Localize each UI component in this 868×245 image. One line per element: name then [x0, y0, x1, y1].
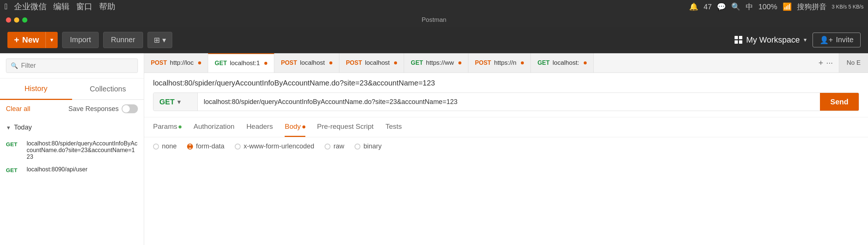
tab-dot-5	[521, 61, 524, 64]
tab-dot-2	[329, 61, 332, 64]
tab-dot-6	[584, 61, 587, 64]
plus-icon: +	[14, 35, 19, 45]
menu-window[interactable]: 窗口	[76, 1, 92, 12]
tab-url-3: localhost	[365, 59, 390, 67]
history-item[interactable]: GET localhost:8090/api/user	[0, 163, 144, 176]
title-bar: Postman	[0, 13, 868, 27]
tab-method-0: POST	[151, 60, 167, 66]
tab-actions: + ···	[813, 58, 839, 68]
save-responses-toggle[interactable]	[122, 104, 138, 113]
workspace-dropdown-icon: ▾	[804, 36, 807, 43]
invite-label: Invite	[836, 36, 854, 44]
tab-item-3[interactable]: POST localhost	[339, 53, 404, 73]
body-option-urlencoded-label: x-www-form-urlencoded	[244, 142, 314, 150]
body-options: none form-data x-www-form-urlencoded raw…	[144, 137, 868, 155]
new-button[interactable]: + New ▾	[7, 32, 58, 48]
tab-method-4: GET	[411, 60, 423, 66]
invite-button[interactable]: 👤+ Invite	[813, 33, 861, 47]
tab-item-4[interactable]: GET https://ww	[404, 53, 468, 73]
search-input[interactable]	[21, 62, 133, 70]
no-e-tab: No E	[839, 53, 868, 73]
tab-url-1: localhost:1	[230, 60, 260, 67]
tab-url-5: https://n	[494, 59, 516, 67]
menu-weixin[interactable]: 企业微信	[14, 1, 47, 12]
wechat-icon: 💬	[717, 2, 726, 11]
import-button[interactable]: Import	[62, 32, 99, 48]
toolbar-left: + New ▾ Import Runner ⊞ ▾	[7, 32, 172, 48]
traffic-lights	[6, 17, 27, 23]
req-tab-params-label: Params	[153, 123, 177, 130]
tab-item-0[interactable]: POST http://loc	[144, 53, 208, 73]
input-method-icon: 搜狗拼音	[797, 2, 827, 12]
runner-button[interactable]: Runner	[103, 32, 143, 48]
search-icon: 🔍	[11, 62, 18, 69]
req-tab-params[interactable]: Params	[153, 117, 182, 137]
system-status: 🔔 47 💬 🔍 中 100% 📶 搜狗拼音 3 KB/s 5 KB/s	[689, 2, 864, 12]
body-option-formdata[interactable]: form-data	[187, 142, 224, 150]
save-responses-toggle-area: Save Responses	[68, 104, 138, 113]
radio-raw	[325, 144, 330, 150]
main-layout: 🔍 History Collections Clear all Save Res…	[0, 53, 868, 245]
request-bar: localhost:80/spider/queryAccountInfoByAc…	[144, 73, 868, 117]
notification-icon: 🔔	[689, 2, 698, 11]
sidebar-search-area: 🔍	[0, 53, 144, 78]
req-tab-headers[interactable]: Headers	[246, 117, 273, 137]
tab-dot-0	[198, 61, 201, 64]
maximize-button[interactable]	[22, 17, 27, 23]
body-option-formdata-label: form-data	[196, 142, 224, 150]
today-label: Today	[14, 124, 32, 131]
body-option-none[interactable]: none	[153, 142, 177, 150]
send-button[interactable]: Send	[820, 93, 859, 111]
clear-all-button[interactable]: Clear all	[6, 105, 30, 113]
search-box[interactable]: 🔍	[6, 58, 138, 73]
menu-edit[interactable]: 编辑	[53, 1, 69, 12]
tab-history[interactable]: History	[0, 78, 72, 100]
toolbar-right: My Workspace ▾ 👤+ Invite	[735, 33, 861, 47]
layout-arrow: ▾	[162, 36, 166, 44]
system-bar:  企业微信 编辑 窗口 帮助 🔔 47 💬 🔍 中 100% 📶 搜狗拼音 3…	[0, 0, 868, 13]
tab-method-6: GET	[538, 60, 550, 66]
history-item-url: localhost:80/spider/queryAccountInfoByAc…	[27, 140, 138, 160]
method-label: GET	[159, 98, 174, 106]
radio-formdata	[187, 144, 193, 150]
today-section-header[interactable]: ▼ Today	[6, 121, 138, 134]
history-item-url-2: localhost:8090/api/user	[27, 166, 88, 173]
tab-method-5: POST	[475, 60, 491, 66]
tab-item-5[interactable]: POST https://n	[468, 53, 531, 73]
radio-none	[153, 144, 159, 150]
method-select[interactable]: GET ▾	[153, 93, 198, 111]
method-badge-get: GET	[6, 140, 22, 147]
tab-item-1[interactable]: GET localhost:1	[208, 53, 274, 73]
minimize-button[interactable]	[14, 17, 19, 23]
layout-button[interactable]: ⊞ ▾	[148, 32, 172, 48]
menu-help[interactable]: 帮助	[99, 1, 115, 12]
grid-dot-2	[739, 36, 742, 39]
method-dropdown-icon: ▾	[177, 98, 180, 105]
invite-icon: 👤+	[820, 36, 833, 44]
body-option-binary[interactable]: binary	[355, 142, 382, 150]
url-input[interactable]	[198, 93, 820, 111]
body-option-none-label: none	[162, 142, 177, 150]
tab-item-2[interactable]: POST localhost	[274, 53, 339, 73]
history-item[interactable]: GET localhost:80/spider/queryAccountInfo…	[0, 137, 144, 163]
new-dropdown-arrow[interactable]: ▾	[46, 32, 58, 48]
apple-icon[interactable]: 	[4, 2, 7, 11]
tab-item-6[interactable]: GET localhost:	[531, 53, 594, 73]
tab-url-2: localhost	[300, 59, 325, 67]
more-tabs-button[interactable]: ···	[826, 58, 833, 68]
tab-collections[interactable]: Collections	[72, 78, 144, 99]
tab-method-2: POST	[281, 60, 297, 66]
req-tab-authorization[interactable]: Authorization	[193, 117, 234, 137]
add-tab-button[interactable]: +	[818, 58, 823, 68]
req-tab-prerequest[interactable]: Pre-request Script	[317, 117, 374, 137]
radio-formdata-dot	[188, 145, 190, 148]
close-button[interactable]	[6, 17, 11, 23]
ime-label: 中	[746, 2, 753, 12]
req-tab-body[interactable]: Body	[285, 117, 305, 137]
workspace-button[interactable]: My Workspace ▾	[735, 35, 806, 45]
tabs-bar: POST http://loc GET localhost:1 POST loc…	[144, 53, 868, 73]
body-option-raw[interactable]: raw	[325, 142, 344, 150]
req-tab-tests[interactable]: Tests	[386, 117, 402, 137]
body-option-urlencoded[interactable]: x-www-form-urlencoded	[235, 142, 314, 150]
tab-url-4: https://ww	[426, 59, 454, 67]
